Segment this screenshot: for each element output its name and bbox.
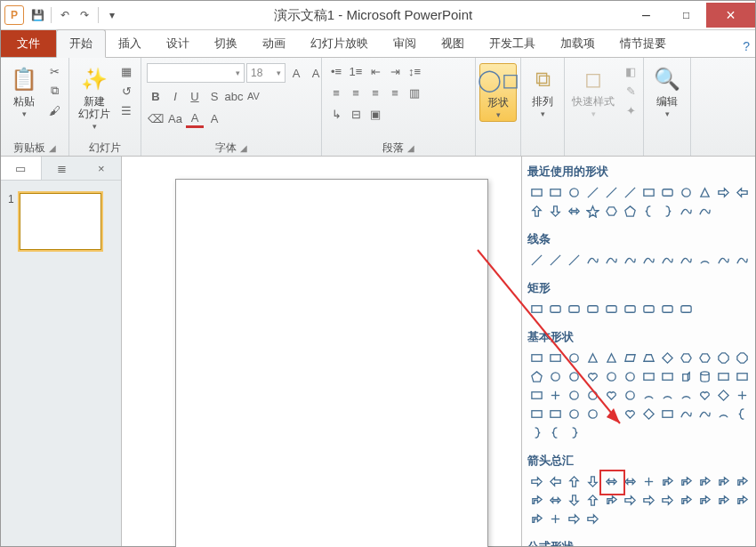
columns-icon[interactable]: ▥	[406, 84, 423, 101]
shape-rrect-icon[interactable]	[677, 300, 696, 318]
tab-home[interactable]: 开始	[56, 29, 106, 58]
shape-rect-icon[interactable]	[658, 367, 677, 386]
help-icon[interactable]: ?	[737, 36, 755, 57]
change-case-icon[interactable]: Aa	[166, 111, 184, 127]
shape-bent-icon[interactable]	[527, 510, 546, 528]
shape-rrect-icon[interactable]	[565, 300, 583, 318]
shape-rect-icon[interactable]	[714, 367, 733, 386]
justify-icon[interactable]: ≡	[386, 84, 404, 101]
shape-arrU-icon[interactable]	[583, 491, 602, 510]
tab-insert[interactable]: 插入	[106, 30, 154, 57]
shape-bent-icon[interactable]	[696, 472, 714, 491]
shape-brL-icon[interactable]	[546, 423, 565, 442]
shape-arrR-icon[interactable]	[658, 491, 677, 510]
shape-rect-icon[interactable]	[527, 405, 546, 423]
shape-arrR-icon[interactable]	[583, 510, 602, 528]
cut-icon[interactable]: ✂	[45, 63, 63, 79]
tab-review[interactable]: 审阅	[381, 30, 429, 57]
shape-line-icon[interactable]	[565, 251, 583, 269]
thumb-tab-outline[interactable]: ≣	[42, 157, 82, 180]
qat-save-icon[interactable]: 💾	[29, 7, 45, 23]
shape-arrU-icon[interactable]	[565, 472, 583, 491]
shape-rect-icon[interactable]	[639, 183, 658, 202]
shape-curve-icon[interactable]	[658, 251, 677, 269]
shape-rect-icon[interactable]	[639, 367, 658, 386]
reset-icon[interactable]: ↺	[117, 83, 135, 99]
indent-inc-icon[interactable]: ⇥	[386, 63, 404, 79]
shape-curve-icon[interactable]	[639, 251, 658, 269]
shape-effects-icon[interactable]: ✦	[622, 102, 639, 118]
qat-customize-icon[interactable]: ▾	[104, 7, 120, 23]
shape-arrLR-icon[interactable]	[621, 472, 639, 491]
tab-story[interactable]: 情节提要	[607, 30, 679, 57]
text-direction-icon[interactable]: ↳	[327, 106, 345, 122]
grow-font-icon[interactable]: A	[287, 65, 305, 81]
align-right-icon[interactable]: ≡	[366, 84, 384, 101]
shape-arrL-icon[interactable]	[733, 183, 752, 202]
qat-undo-icon[interactable]: ↶	[57, 7, 73, 23]
shape-curve-icon[interactable]	[677, 251, 696, 269]
shape-bent-icon[interactable]	[714, 491, 733, 510]
shape-arrD-icon[interactable]	[546, 202, 565, 221]
shape-plus-icon[interactable]	[546, 386, 565, 405]
shape-arrLR-icon[interactable]	[546, 491, 565, 510]
shape-arc-icon[interactable]	[696, 251, 714, 269]
shape-circ-icon[interactable]	[546, 367, 565, 386]
shape-line-icon[interactable]	[602, 183, 621, 202]
shape-arc-icon[interactable]	[639, 386, 658, 405]
shape-circ-icon[interactable]	[583, 405, 602, 423]
font-family-select[interactable]: ▾	[147, 63, 245, 83]
highlight-icon[interactable]: A	[205, 111, 223, 127]
italic-button[interactable]: I	[166, 88, 184, 104]
shape-circ-icon[interactable]	[565, 367, 583, 386]
shape-rrect-icon[interactable]	[639, 300, 658, 318]
shape-line-icon[interactable]	[527, 251, 546, 269]
shape-bent-icon[interactable]	[602, 491, 621, 510]
shape-arc-icon[interactable]	[602, 405, 621, 423]
shape-rect-icon[interactable]	[546, 183, 565, 202]
shape-plus-icon[interactable]	[733, 386, 752, 405]
font-size-select[interactable]: 18▾	[246, 63, 286, 83]
quick-styles-button[interactable]: ◻ 快速样式 ▾	[568, 63, 618, 120]
shape-arrD-icon[interactable]	[583, 472, 602, 491]
font-color-icon[interactable]: A	[186, 109, 204, 128]
shape-rect-icon[interactable]	[546, 405, 565, 423]
shape-hex-icon[interactable]	[677, 349, 696, 367]
slide-canvas[interactable]	[175, 179, 488, 547]
shape-pent-icon[interactable]	[527, 367, 546, 386]
tab-design[interactable]: 设计	[154, 30, 202, 57]
shape-plus-icon[interactable]	[546, 510, 565, 528]
shape-diam-icon[interactable]	[639, 405, 658, 423]
shape-arrD-icon[interactable]	[565, 491, 583, 510]
shape-tri-icon[interactable]	[602, 349, 621, 367]
shape-arrR-icon[interactable]	[527, 472, 546, 491]
shape-bent-icon[interactable]	[677, 491, 696, 510]
shape-circ-icon[interactable]	[621, 367, 639, 386]
shape-line-icon[interactable]	[546, 251, 565, 269]
shape-arrLR-icon[interactable]	[602, 472, 621, 491]
bold-button[interactable]: B	[147, 88, 165, 104]
shape-curve-icon[interactable]	[677, 405, 696, 423]
shape-cube-icon[interactable]	[677, 367, 696, 386]
shape-heart-icon[interactable]	[583, 367, 602, 386]
tab-transitions[interactable]: 切换	[202, 30, 250, 57]
shape-circ-icon[interactable]	[565, 386, 583, 405]
bullets-icon[interactable]: •≡	[327, 63, 345, 79]
shape-star-icon[interactable]	[583, 202, 602, 221]
smart-art-icon[interactable]: ▣	[366, 106, 384, 122]
shape-rect-icon[interactable]	[658, 405, 677, 423]
shape-circ-icon[interactable]	[565, 349, 583, 367]
shape-bent-icon[interactable]	[527, 491, 546, 510]
tab-devtools[interactable]: 开发工具	[477, 30, 548, 57]
shape-bent-icon[interactable]	[733, 472, 752, 491]
shape-rrect-icon[interactable]	[546, 300, 565, 318]
new-slide-button[interactable]: ✨ 新建 幻灯片 ▾	[75, 63, 114, 133]
shape-tri-icon[interactable]	[583, 349, 602, 367]
dialog-launcher-icon[interactable]: ◢	[407, 143, 414, 153]
shape-circ-icon[interactable]	[602, 367, 621, 386]
shape-rrect-icon[interactable]	[621, 300, 639, 318]
numbering-icon[interactable]: 1≡	[347, 63, 365, 79]
underline-button[interactable]: U	[186, 88, 204, 104]
shape-rect-icon[interactable]	[527, 386, 546, 405]
shape-diam-icon[interactable]	[658, 349, 677, 367]
